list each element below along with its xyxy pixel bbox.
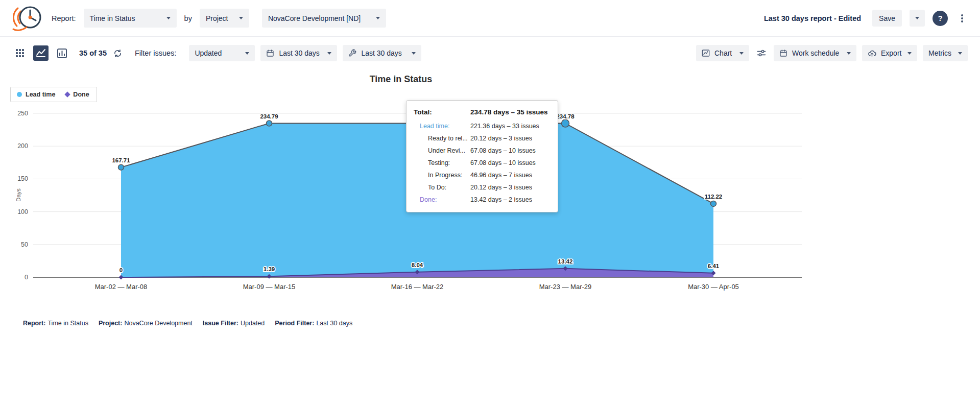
tooltip-row-label: Lead time: (414, 123, 470, 130)
chevron-down-icon (907, 52, 912, 55)
logo-icon (11, 4, 44, 33)
date-range-select[interactable]: Last 30 days (260, 45, 337, 61)
more-menu-button[interactable] (955, 11, 969, 26)
tooltip-row: Ready to rel...20.12 days – 3 issues (414, 132, 551, 145)
circle-marker-icon (17, 92, 22, 97)
chevron-down-icon (915, 17, 919, 19)
tooltip-row-value: 67.08 days – 10 issues (470, 147, 536, 154)
legend-item-lead-time[interactable]: Lead time (17, 91, 55, 98)
tooltip-row: In Progress:46.96 days – 7 issues (414, 169, 551, 181)
period-filter-select[interactable]: Last 30 days (343, 45, 421, 61)
tooltip-row-label: To Do: (414, 184, 470, 191)
diamond-marker-icon (65, 91, 70, 97)
tooltip-rows: Lead time:221.36 days – 33 issuesReady t… (414, 120, 551, 206)
help-button[interactable]: ? (933, 11, 948, 26)
svg-text:Mar-09 — Mar-15: Mar-09 — Mar-15 (243, 283, 296, 291)
metrics-value: Metrics (928, 49, 953, 57)
tooltip-row-label: In Progress: (414, 172, 470, 179)
svg-text:Mar-16 — Mar-22: Mar-16 — Mar-22 (391, 283, 444, 291)
project-select[interactable]: NovaCore Development [ND] (262, 9, 386, 28)
filter-issues-label: Filter issues: (135, 49, 176, 57)
group-by-value: Project (206, 14, 228, 22)
wrench-icon (348, 49, 356, 57)
tooltip-row: Testing:67.08 days – 10 issues (414, 157, 551, 169)
chevron-down-icon (739, 52, 744, 55)
tooltip-row-label: Ready to rel... (414, 135, 470, 142)
svg-text:Mar-02 — Mar-08: Mar-02 — Mar-08 (95, 283, 148, 291)
tooltip-row-value: 20.12 days – 3 issues (470, 184, 532, 191)
svg-text:0: 0 (25, 274, 28, 281)
calendar-icon (266, 49, 274, 57)
tooltip-row: Done:13.42 days – 2 issues (414, 194, 551, 206)
legend-item-done[interactable]: Done (65, 91, 89, 98)
report-type-select[interactable]: Time in Status (84, 9, 177, 28)
app-header: Report: Time in Status by Project NovaCo… (0, 0, 980, 37)
svg-text:Days: Days (15, 188, 21, 202)
question-mark-icon: ? (938, 14, 942, 22)
date-range-value: Last 30 days (279, 49, 323, 57)
chart-tooltip: Total: 234.78 days – 35 issues Lead time… (406, 100, 558, 212)
summary-item: Period Filter:Last 30 days (275, 320, 352, 327)
dashboard-icon (57, 49, 67, 58)
matrix-view-button[interactable] (54, 45, 69, 61)
grid-icon (15, 49, 25, 58)
tooltip-row: To Do:20.12 days – 3 issues (414, 181, 551, 194)
tooltip-row-label: Done: (414, 196, 470, 203)
calendar-icon (779, 49, 787, 57)
svg-text:Mar-23 — Mar-29: Mar-23 — Mar-29 (539, 283, 592, 291)
chevron-down-icon (412, 52, 416, 55)
save-options-button[interactable] (910, 10, 925, 27)
svg-text:100: 100 (17, 208, 28, 215)
kebab-menu-icon (958, 13, 967, 23)
tooltip-row-label: Under Revi... (414, 147, 470, 154)
chart-type-select[interactable]: Chart (696, 45, 749, 61)
tooltip-row: Under Revi...67.08 days – 10 issues (414, 145, 551, 157)
svg-text:13.42: 13.42 (558, 258, 573, 265)
chart-legend: Lead timeDone (10, 87, 97, 102)
tooltip-row-value: 13.42 days – 2 issues (470, 196, 532, 203)
chevron-down-icon (958, 52, 962, 55)
chevron-down-icon (327, 52, 331, 55)
svg-text:234.79: 234.79 (260, 113, 278, 119)
legend-label: Lead time (26, 91, 55, 98)
project-value: NovaCore Development [ND] (268, 14, 361, 22)
svg-text:6.41: 6.41 (708, 263, 720, 269)
save-button[interactable]: Save (872, 10, 902, 27)
issue-count: 35 of 35 (79, 49, 107, 57)
work-schedule-value: Work schedule (792, 49, 842, 57)
tooltip-row-value: 20.12 days – 3 issues (470, 135, 532, 142)
chart-type-value: Chart (714, 49, 735, 57)
app-logo (11, 4, 44, 33)
report-type-value: Time in Status (90, 14, 135, 22)
tooltip-total-row: Total: 234.78 days – 35 issues (414, 106, 551, 117)
issue-filter-value: Updated (195, 49, 241, 57)
view-toolbar: 35 of 35 Filter issues: Updated Last 30 … (0, 41, 980, 65)
chevron-down-icon (847, 52, 851, 55)
chart-icon (702, 49, 710, 57)
tooltip-row-value: 67.08 days – 10 issues (470, 159, 536, 166)
chart-view-button[interactable] (33, 45, 49, 61)
tooltip-total-label: Total: (414, 108, 470, 116)
svg-text:1.39: 1.39 (264, 266, 275, 272)
refresh-button[interactable] (112, 48, 123, 59)
chart-settings-button[interactable] (755, 46, 768, 60)
tooltip-row: Lead time:221.36 days – 33 issues (414, 120, 551, 132)
cloud-export-icon (868, 49, 876, 58)
chevron-down-icon (239, 17, 243, 19)
tooltip-row-value: 221.36 days – 33 issues (470, 123, 539, 130)
report-label: Report: (52, 14, 76, 22)
summary-item: Project:NovaCore Development (99, 320, 193, 327)
table-view-button[interactable] (12, 45, 28, 61)
metrics-select[interactable]: Metrics (923, 45, 968, 61)
refresh-icon (113, 49, 122, 58)
group-by-select[interactable]: Project (200, 9, 249, 28)
summary-item: Report:Time in Status (23, 320, 88, 327)
chevron-down-icon (376, 17, 380, 19)
export-select[interactable]: Export (862, 45, 917, 61)
issue-filter-select[interactable]: Updated (189, 45, 255, 61)
period-filter-value: Last 30 days (361, 49, 407, 57)
work-schedule-select[interactable]: Work schedule (774, 45, 856, 61)
chart-title: Time in Status (0, 74, 802, 85)
svg-text:50: 50 (21, 241, 28, 248)
by-label: by (184, 14, 192, 22)
